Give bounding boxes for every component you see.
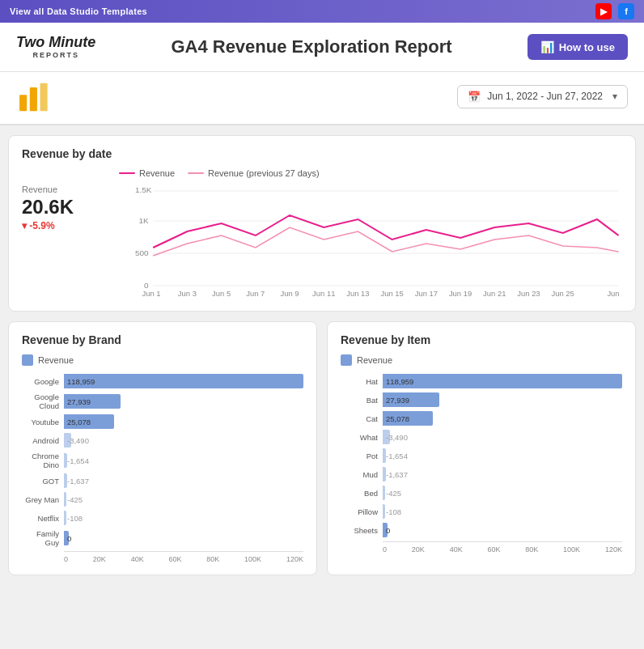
svg-text:Jun 17: Jun 17 <box>415 290 438 296</box>
bar-fill: -3,490 <box>64 433 71 448</box>
bar-row: Netflix-108 <box>22 511 303 525</box>
axis-label: 20K <box>412 545 425 554</box>
svg-text:Jun 1: Jun 1 <box>142 290 160 296</box>
svg-text:Jun 13: Jun 13 <box>346 290 369 296</box>
bar-fill: 0 <box>64 531 69 545</box>
bar-row: Mud-1,637 <box>341 467 622 481</box>
bar-label: Youtube <box>22 418 64 426</box>
axis-label: 120K <box>286 555 303 563</box>
legend-line-revenue <box>119 172 135 174</box>
bar-label: Android <box>22 436 64 445</box>
youtube-icon[interactable]: ▶ <box>595 3 612 19</box>
bar-row: GOT-1,637 <box>22 473 303 488</box>
svg-rect-1 <box>30 87 37 111</box>
bar-container: 27,939 <box>383 392 622 407</box>
brand-logo-area <box>16 80 57 112</box>
axis-label: 120K <box>605 545 622 554</box>
revenue-date-content: Revenue 20.6K ▾ -5.9% Revenue Revenue (p… <box>22 168 622 299</box>
bar-container: 0 <box>383 523 622 537</box>
logo-text-line1: Two Minute <box>16 35 95 51</box>
bar-fill: -1,637 <box>383 467 386 481</box>
revenue-by-date-section: Revenue by date Revenue 20.6K ▾ -5.9% Re… <box>8 135 636 312</box>
bar-container: -1,654 <box>64 453 303 468</box>
bar-container: -1,637 <box>64 473 303 488</box>
svg-text:Jun 11: Jun 11 <box>312 290 335 296</box>
item-bar-chart: Hat118,959Bat27,939Cat25,078What-3,490Po… <box>341 374 622 537</box>
svg-text:Jun 21: Jun 21 <box>483 290 506 296</box>
revenue-summary: Revenue 20.6K ▾ -5.9% <box>22 168 111 299</box>
legend-line-prev <box>188 172 204 174</box>
bar-value: -425 <box>386 489 401 498</box>
bar-value: -108 <box>386 507 401 516</box>
item-axis: 020K40K60K80K100K120K <box>383 541 622 554</box>
bar-row: Google118,959 <box>22 374 303 388</box>
bar-value: 0 <box>386 526 390 535</box>
svg-text:Jun 19: Jun 19 <box>449 290 472 296</box>
bar-label: Google <box>22 377 64 386</box>
bar-value: -1,654 <box>67 456 89 465</box>
powerbi-logo <box>16 80 57 112</box>
bar-fill: 0 <box>383 523 388 537</box>
bar-value: 25,078 <box>67 418 91 426</box>
bar-container: -3,490 <box>383 430 622 444</box>
bar-value: -1,654 <box>386 452 408 460</box>
svg-text:500: 500 <box>135 248 149 257</box>
axis-label: 100K <box>563 545 580 554</box>
bar-container: -1,637 <box>383 467 622 481</box>
item-legend-box <box>341 354 352 366</box>
svg-text:Jun 5: Jun 5 <box>212 290 231 296</box>
bar-value: -108 <box>67 514 83 523</box>
bar-row: Bed-425 <box>341 486 622 500</box>
bar-label: Pillow <box>341 507 383 516</box>
bar-value: 27,939 <box>386 396 409 405</box>
bar-value: -1,637 <box>67 477 89 486</box>
item-chart-legend: Revenue <box>341 354 622 366</box>
bar-row: What-3,490 <box>341 430 622 444</box>
bar-value: 25,078 <box>386 414 409 423</box>
bar-value: -425 <box>67 495 83 504</box>
bar-label: GOT <box>22 477 64 486</box>
line-chart-legend: Revenue Revenue (previous 27 days) <box>119 168 622 178</box>
how-to-button[interactable]: 📊 How to use <box>527 34 628 60</box>
bar-label: Family Guy <box>22 529 64 547</box>
bar-label: Pot <box>341 452 383 460</box>
bar-fill: -1,654 <box>383 448 386 463</box>
axis-label: 60K <box>487 545 500 554</box>
bar-fill: -108 <box>383 504 385 519</box>
date-range-picker[interactable]: 📅 Jun 1, 2022 - Jun 27, 2022 ▾ <box>457 85 628 108</box>
svg-text:Jun 15: Jun 15 <box>381 290 404 296</box>
axis-label: 100K <box>244 555 261 563</box>
revenue-summary-value: 20.6K <box>22 196 111 218</box>
dropdown-arrow: ▾ <box>612 91 617 102</box>
bar-value: -3,490 <box>67 436 89 445</box>
bar-row: Family Guy0 <box>22 529 303 547</box>
bar-container: -425 <box>383 486 622 500</box>
date-range-text: Jun 1, 2022 - Jun 27, 2022 <box>487 91 603 102</box>
facebook-icon[interactable]: f <box>618 3 634 19</box>
line-chart-svg: 1.5K 1K 500 0 Jun 1 Jun 3 Jun 5 Jun 7 Ju… <box>119 183 622 296</box>
bar-value: 27,939 <box>67 397 91 406</box>
banner-text[interactable]: View all Data Studio Templates <box>10 6 147 16</box>
bar-container: 118,959 <box>383 374 622 388</box>
svg-rect-2 <box>40 83 48 112</box>
bar-row: Hat118,959 <box>341 374 622 388</box>
svg-text:Jun 3: Jun 3 <box>178 290 197 296</box>
bar-row: Chrome Dino-1,654 <box>22 452 303 469</box>
bar-row: Bat27,939 <box>341 392 622 407</box>
bar-value: 0 <box>67 534 71 543</box>
item-chart-title: Revenue by Item <box>341 333 622 346</box>
bar-fill: -1,654 <box>64 453 67 468</box>
calendar-icon: 📅 <box>468 91 481 103</box>
axis-label: 0 <box>64 555 68 563</box>
bar-fill: 25,078 <box>383 411 433 426</box>
svg-text:1.5K: 1.5K <box>135 185 152 193</box>
svg-text:Jun 25: Jun 25 <box>552 290 574 296</box>
bar-label: Google Cloud <box>22 392 64 410</box>
logo-text-line2: REPORTS <box>16 51 95 59</box>
sub-header: 📅 Jun 1, 2022 - Jun 27, 2022 ▾ <box>0 72 644 125</box>
svg-text:Jun 23: Jun 23 <box>517 290 540 296</box>
bar-value: 118,959 <box>67 377 95 386</box>
svg-text:Jun 27: Jun 27 <box>607 290 622 296</box>
bar-fill: 27,939 <box>383 392 439 407</box>
bar-fill: -425 <box>383 486 385 500</box>
